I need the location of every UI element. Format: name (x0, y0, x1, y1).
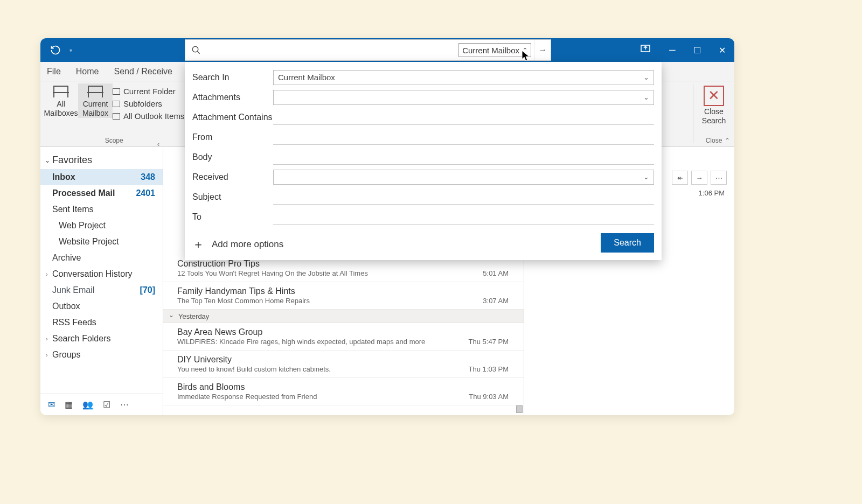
add-more-options[interactable]: ＋ Add more options (192, 236, 654, 253)
collapse-nav-icon[interactable]: ‹ (157, 141, 159, 148)
plus-icon: ＋ (192, 236, 204, 253)
qat-dropdown-icon[interactable]: ▾ (69, 47, 72, 53)
nav-item-groups[interactable]: ›Groups (40, 347, 163, 363)
adv-input-subject[interactable] (273, 190, 654, 205)
expand-icon: › (46, 271, 48, 277)
svg-point-1 (192, 46, 198, 52)
adv-row-attachments: Attachments (192, 87, 654, 107)
message-item[interactable]: Family Handyman Tips & HintsThe Top Ten … (163, 282, 524, 310)
adv-row-subject: Subject (192, 187, 654, 207)
adv-input-search-in[interactable]: Current Mailbox (273, 70, 654, 85)
outlook-window: ▾ ─ ☐ ✕ Current Mailbox ⌃ → File Home Se… (40, 38, 734, 415)
tab-send-receive[interactable]: Send / Receive (114, 67, 172, 76)
tasks-icon[interactable]: ☑ (103, 400, 110, 410)
folder-icon (113, 113, 120, 120)
folder-icon (113, 101, 120, 107)
nav-item-conversation-history[interactable]: ›Conversation History (40, 266, 163, 282)
window-controls: ─ ☐ ✕ (660, 38, 734, 62)
scope-group-label: Scope (40, 137, 187, 145)
nav-item-sent-items[interactable]: Sent Items (40, 201, 163, 218)
nav-item-inbox[interactable]: Inbox348 (40, 169, 163, 185)
forward-button[interactable]: → (691, 171, 707, 185)
nav-item-search-folders[interactable]: ›Search Folders (40, 331, 163, 347)
nav-footer: ✉ ▦ 👥 ☑ ⋯ (40, 394, 163, 415)
message-item[interactable]: Bay Area News GroupWILDFIRES: Kincade Fi… (163, 323, 524, 351)
more-actions-button[interactable]: ⋯ (711, 171, 727, 185)
collapse-ribbon-icon[interactable]: ⌃ (725, 137, 730, 144)
all-mailboxes-button[interactable]: All Mailboxes (44, 83, 78, 118)
message-item[interactable]: Birds and BloomsImmediate Response Reque… (163, 378, 524, 405)
expand-icon: › (46, 335, 48, 342)
nav-item-rss-feeds[interactable]: RSS Feeds (40, 314, 163, 331)
mail-icon[interactable]: ✉ (48, 400, 55, 410)
adv-row-from: From (192, 127, 654, 147)
adv-row-to: To (192, 207, 654, 227)
minimize-button[interactable]: ─ (660, 38, 685, 62)
refresh-icon[interactable] (45, 45, 66, 55)
nav-item-archive[interactable]: Archive (40, 250, 163, 266)
mailbox-icon (53, 86, 68, 97)
favorites-header[interactable]: ⌄ Favorites (40, 147, 163, 169)
search-go-button[interactable]: → (534, 40, 551, 60)
folder-nav: ‹ ⌄ Favorites Inbox348Processed Mail2401… (40, 147, 163, 415)
reply-all-button[interactable]: ↞ (672, 171, 688, 185)
search-bar[interactable]: Current Mailbox ⌃ → (185, 39, 551, 61)
subfolders-option[interactable]: Subfolders (113, 99, 184, 108)
ribbon-display-options-icon[interactable] (641, 45, 650, 54)
search-button[interactable]: Search (601, 233, 654, 253)
reading-pane-tools: ↞ → ⋯ (672, 171, 727, 185)
message-item[interactable]: DIY UniversityYou need to know! Build cu… (163, 351, 524, 378)
chevron-up-icon: ⌃ (523, 47, 527, 54)
expand-icon: › (46, 352, 48, 358)
adv-input-attachment-contains[interactable] (273, 110, 654, 125)
adv-input-attachments[interactable] (273, 90, 654, 105)
adv-row-search-in: Search InCurrent Mailbox (192, 67, 654, 87)
nav-item-web-project[interactable]: Web Project (40, 218, 163, 234)
adv-row-body: Body (192, 147, 654, 167)
people-icon[interactable]: 👥 (82, 400, 93, 410)
nav-item-junk-email[interactable]: Junk Email[70] (40, 282, 163, 298)
folder-icon (113, 88, 120, 95)
close-search-button[interactable]: ✕ Close Search (697, 83, 731, 125)
adv-input-received[interactable] (273, 170, 654, 185)
chevron-down-icon: ⌄ (45, 157, 50, 164)
tab-home[interactable]: Home (76, 67, 99, 76)
calendar-icon[interactable]: ▦ (65, 400, 73, 410)
tab-file[interactable]: File (47, 67, 61, 76)
search-icon (185, 45, 207, 55)
nav-item-processed-mail[interactable]: Processed Mail2401 (40, 185, 163, 201)
close-button[interactable]: ✕ (710, 38, 734, 62)
all-outlook-items-option[interactable]: All Outlook Items (113, 111, 184, 121)
message-time: 1:06 PM (699, 189, 725, 197)
close-group-label: Close (706, 137, 722, 145)
search-scope-label: Current Mailbox (462, 46, 519, 55)
advanced-search-panel: Search InCurrent MailboxAttachmentsAttac… (185, 62, 662, 260)
mailbox-icon (88, 86, 103, 97)
current-folder-option[interactable]: Current Folder (113, 87, 184, 96)
more-icon[interactable]: ⋯ (120, 400, 129, 410)
adv-row-received: Received (192, 167, 654, 187)
current-mailbox-button[interactable]: Current Mailbox (78, 83, 113, 118)
adv-input-from[interactable] (273, 130, 654, 145)
scrollbar-thumb[interactable] (516, 405, 523, 413)
adv-row-attachment-contains: Attachment Contains (192, 107, 654, 127)
group-header-yesterday[interactable]: Yesterday (163, 310, 524, 323)
nav-item-website-project[interactable]: Website Project (40, 234, 163, 250)
adv-input-body[interactable] (273, 150, 654, 165)
search-scope-selector[interactable]: Current Mailbox ⌃ (458, 43, 531, 57)
close-x-icon: ✕ (704, 86, 724, 106)
nav-item-outbox[interactable]: Outbox (40, 298, 163, 314)
adv-input-to[interactable] (273, 209, 654, 225)
maximize-button[interactable]: ☐ (685, 38, 710, 62)
